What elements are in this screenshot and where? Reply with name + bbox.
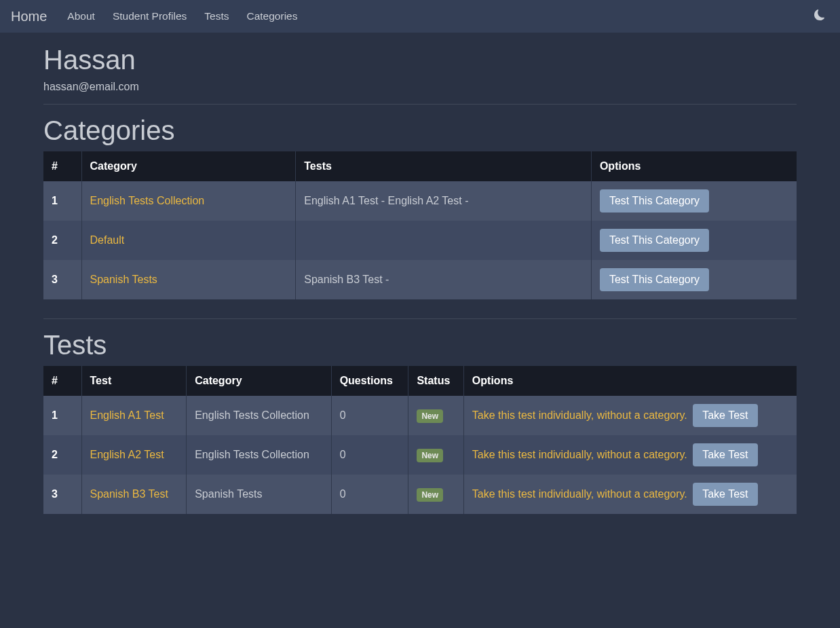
- category-options-cell: Test This Category: [591, 221, 797, 260]
- take-test-button[interactable]: Take Test: [693, 443, 757, 466]
- divider: [43, 318, 797, 319]
- navbar-brand[interactable]: Home: [11, 6, 47, 27]
- profile-name: Hassan: [43, 45, 797, 75]
- col-questions: Questions: [331, 366, 408, 396]
- test-status-cell: New: [408, 435, 463, 475]
- test-name-cell: Spanish B3 Test: [81, 475, 187, 514]
- col-status: Status: [408, 366, 463, 396]
- test-link[interactable]: Spanish B3 Test: [90, 488, 168, 500]
- col-options: Options: [463, 366, 797, 396]
- nav-link-about[interactable]: About: [62, 5, 100, 28]
- col-num: #: [43, 366, 81, 396]
- navbar-left: Home About Student Profiles Tests Catego…: [11, 5, 303, 28]
- col-test: Test: [81, 366, 187, 396]
- test-questions-cell: 0: [331, 475, 408, 514]
- row-num: 2: [43, 221, 81, 260]
- row-num: 1: [43, 181, 81, 221]
- row-num: 3: [43, 475, 81, 514]
- row-num: 1: [43, 396, 81, 435]
- category-name-cell: English Tests Collection: [81, 181, 296, 221]
- table-row: 1English Tests CollectionEnglish A1 Test…: [43, 181, 797, 221]
- nav-link-tests[interactable]: Tests: [199, 5, 234, 28]
- take-test-button[interactable]: Take Test: [693, 404, 757, 427]
- col-num: #: [43, 151, 81, 181]
- test-options-cell: Take this test individually, without a c…: [463, 435, 797, 475]
- test-category-button[interactable]: Test This Category: [600, 189, 709, 213]
- row-num: 3: [43, 260, 81, 299]
- test-questions-cell: 0: [331, 396, 408, 435]
- row-num: 2: [43, 435, 81, 475]
- category-name-cell: Default: [81, 221, 296, 260]
- nav-link-categories[interactable]: Categories: [242, 5, 303, 28]
- test-options-cell: Take this test individually, without a c…: [463, 475, 797, 514]
- navbar: Home About Student Profiles Tests Catego…: [0, 0, 840, 33]
- test-link[interactable]: English A2 Test: [90, 449, 164, 460]
- categories-table: # Category Tests Options 1English Tests …: [43, 151, 797, 299]
- take-test-hint[interactable]: Take this test individually, without a c…: [472, 449, 687, 460]
- categories-heading: Categories: [43, 115, 797, 146]
- status-badge: New: [417, 409, 443, 423]
- status-badge: New: [417, 449, 443, 462]
- test-questions-cell: 0: [331, 435, 408, 475]
- test-status-cell: New: [408, 475, 463, 514]
- test-category-cell: English Tests Collection: [187, 435, 331, 475]
- table-row: 2English A2 TestEnglish Tests Collection…: [43, 435, 797, 475]
- test-category-button[interactable]: Test This Category: [600, 229, 709, 252]
- category-link[interactable]: Default: [90, 234, 125, 246]
- category-tests-cell: English A1 Test - English A2 Test -: [296, 181, 592, 221]
- col-tests: Tests: [296, 151, 592, 181]
- category-tests-cell: Spanish B3 Test -: [296, 260, 592, 299]
- tests-table: # Test Category Questions Status Options…: [43, 366, 797, 514]
- category-link[interactable]: English Tests Collection: [90, 195, 205, 206]
- theme-toggle-icon[interactable]: [814, 10, 829, 24]
- test-name-cell: English A2 Test: [81, 435, 187, 475]
- table-row: 3Spanish TestsSpanish B3 Test -Test This…: [43, 260, 797, 299]
- nav-link-student-profiles[interactable]: Student Profiles: [107, 5, 192, 28]
- category-tests-cell: [296, 221, 592, 260]
- category-name-cell: Spanish Tests: [81, 260, 296, 299]
- category-options-cell: Test This Category: [591, 181, 797, 221]
- table-row: 2DefaultTest This Category: [43, 221, 797, 260]
- profile-email: hassan@email.com: [43, 81, 797, 93]
- col-category: Category: [187, 366, 331, 396]
- divider: [43, 104, 797, 105]
- test-category-cell: Spanish Tests: [187, 475, 331, 514]
- test-category-button[interactable]: Test This Category: [600, 268, 709, 291]
- test-category-cell: English Tests Collection: [187, 396, 331, 435]
- category-link[interactable]: Spanish Tests: [90, 274, 157, 285]
- test-link[interactable]: English A1 Test: [90, 409, 164, 421]
- col-options: Options: [591, 151, 797, 181]
- category-options-cell: Test This Category: [591, 260, 797, 299]
- table-row: 1English A1 TestEnglish Tests Collection…: [43, 396, 797, 435]
- status-badge: New: [417, 488, 443, 502]
- tests-heading: Tests: [43, 330, 797, 361]
- take-test-button[interactable]: Take Test: [693, 483, 757, 506]
- test-status-cell: New: [408, 396, 463, 435]
- test-name-cell: English A1 Test: [81, 396, 187, 435]
- table-row: 3Spanish B3 TestSpanish Tests0NewTake th…: [43, 475, 797, 514]
- test-options-cell: Take this test individually, without a c…: [463, 396, 797, 435]
- col-category: Category: [81, 151, 296, 181]
- take-test-hint[interactable]: Take this test individually, without a c…: [472, 409, 687, 421]
- main-container: Hassan hassan@email.com Categories # Cat…: [43, 33, 797, 514]
- take-test-hint[interactable]: Take this test individually, without a c…: [472, 488, 687, 500]
